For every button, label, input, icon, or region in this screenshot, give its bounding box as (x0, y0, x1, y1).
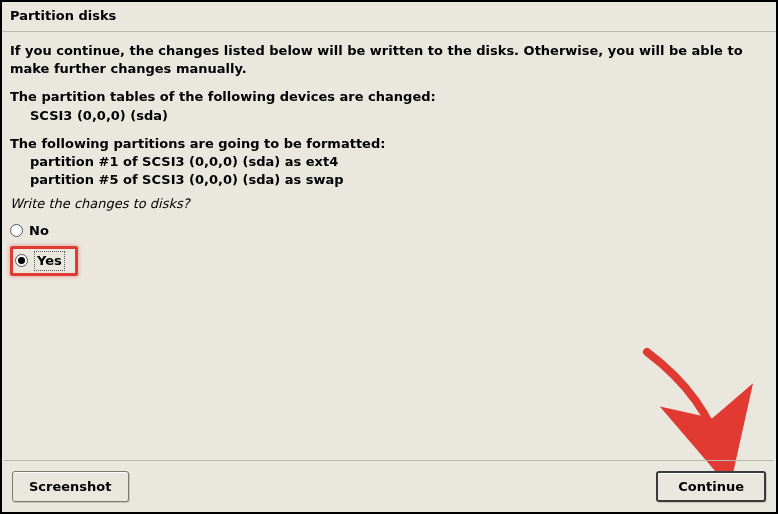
content-area: If you continue, the changes listed belo… (2, 32, 776, 286)
radio-icon (15, 254, 28, 267)
continue-button[interactable]: Continue (656, 471, 766, 502)
format-item: partition #5 of SCSI3 (0,0,0) (sda) as s… (10, 171, 768, 189)
radio-label-yes: Yes (34, 251, 65, 271)
radio-option-no[interactable]: No (10, 220, 768, 242)
title-bar: Partition disks (2, 2, 776, 32)
radio-icon (10, 224, 23, 237)
tables-changed-header: The partition tables of the following de… (10, 88, 768, 106)
format-item: partition #1 of SCSI3 (0,0,0) (sda) as e… (10, 153, 768, 171)
screenshot-button[interactable]: Screenshot (12, 471, 129, 502)
button-bar: Screenshot Continue (4, 460, 774, 510)
tables-changed-item: SCSI3 (0,0,0) (sda) (10, 107, 768, 125)
radio-label-no: No (29, 222, 49, 240)
radio-option-yes[interactable]: Yes (15, 251, 65, 271)
format-header: The following partitions are going to be… (10, 135, 768, 153)
page-title: Partition disks (10, 8, 116, 23)
confirm-prompt: Write the changes to disks? (10, 195, 768, 213)
highlight-annotation: Yes (10, 246, 78, 276)
intro-text: If you continue, the changes listed belo… (10, 42, 768, 78)
